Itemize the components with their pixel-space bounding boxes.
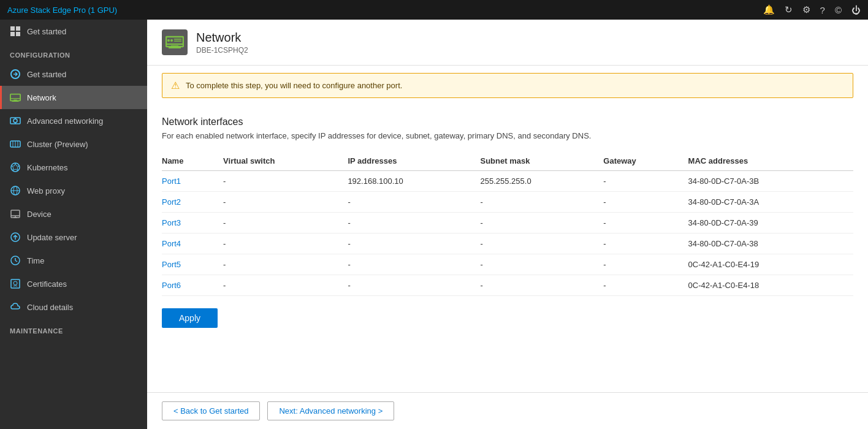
mac-cell: 34-80-0D-C7-0A-3A (688, 192, 853, 213)
virtual-switch-cell: - (223, 171, 348, 192)
topbar-icons: 🔔 ↻ ⚙ ? © ⏻ (763, 4, 861, 15)
mac-cell: 0C-42-A1-C0-E4-18 (688, 275, 853, 296)
sidebar-item-label: Get started (27, 70, 66, 79)
svg-marker-18 (12, 164, 19, 170)
get-started-icon (10, 69, 21, 80)
port-name-link[interactable]: Port6 (162, 275, 223, 296)
web-proxy-icon (10, 185, 21, 196)
sidebar-item-advanced-networking[interactable]: Advanced networking (0, 109, 147, 132)
sidebar-item-label: Cloud details (27, 303, 73, 312)
subnet-cell: 255.255.255.0 (481, 171, 604, 192)
back-button[interactable]: < Back to Get started (162, 401, 260, 420)
refresh-icon[interactable]: ↻ (785, 4, 793, 15)
power-icon[interactable]: ⏻ (851, 5, 861, 15)
network-icon (10, 92, 21, 103)
settings-icon[interactable]: ⚙ (802, 4, 810, 15)
ip-cell: - (348, 192, 480, 213)
mac-cell: 0C-42-A1-C0-E4-19 (688, 254, 853, 275)
ip-cell: - (348, 254, 480, 275)
sidebar-item-update-server[interactable]: Update server (0, 226, 147, 249)
update-icon (10, 232, 21, 243)
port-name-link[interactable]: Port4 (162, 233, 223, 254)
help-icon[interactable]: ? (820, 5, 825, 15)
subnet-cell: - (481, 213, 604, 233)
section-title: Network interfaces (162, 116, 853, 127)
sidebar-item-web-proxy[interactable]: Web proxy (0, 179, 147, 202)
svg-rect-2 (10, 32, 15, 36)
col-mac-addresses: MAC addresses (688, 151, 853, 171)
sidebar-item-cluster[interactable]: Cluster (Preview) (0, 132, 147, 156)
page-header: Network DBE-1CSPHQ2 (147, 20, 868, 66)
cluster-icon (10, 139, 21, 150)
sidebar-item-kubernetes[interactable]: Kubernetes (0, 156, 147, 179)
virtual-switch-cell: - (223, 192, 348, 213)
main-layout: Get started CONFIGURATION Get started (0, 20, 868, 429)
virtual-switch-cell: - (223, 254, 348, 275)
sidebar-item-label: Update server (27, 233, 77, 242)
cert-icon (10, 278, 21, 289)
svg-point-38 (170, 39, 173, 42)
mac-cell: 34-80-0D-C7-0A-38 (688, 233, 853, 254)
sidebar-item-label: Network (27, 93, 56, 102)
col-virtual-switch: Virtual switch (223, 151, 348, 171)
sidebar-item-label: Kubernetes (27, 163, 68, 172)
gateway-cell: - (603, 254, 688, 275)
copyright-icon: © (835, 5, 842, 15)
port-name-link[interactable]: Port1 (162, 171, 223, 192)
subnet-cell: - (481, 275, 604, 296)
svg-rect-33 (166, 37, 183, 47)
page-subtitle: DBE-1CSPHQ2 (196, 46, 248, 55)
main-content: Network DBE-1CSPHQ2 ⚠ To complete this s… (147, 20, 868, 429)
advanced-net-icon (10, 115, 21, 126)
col-name: Name (162, 151, 223, 171)
svg-point-32 (13, 281, 17, 285)
config-section-label: CONFIGURATION (0, 43, 147, 63)
svg-rect-0 (10, 26, 15, 31)
port-name-link[interactable]: Port2 (162, 192, 223, 213)
sidebar-item-overview[interactable]: Get started (0, 20, 147, 43)
mac-cell: 34-80-0D-C7-0A-39 (688, 213, 853, 233)
table-row: Port6----0C-42-A1-C0-E4-18 (162, 275, 853, 296)
maintenance-section-label: MAINTENANCE (0, 319, 147, 338)
ip-cell: - (348, 275, 480, 296)
sidebar-item-get-started[interactable]: Get started (0, 63, 147, 86)
sidebar-item-certificates[interactable]: Certificates (0, 272, 147, 295)
sidebar-item-label: Cluster (Preview) (27, 140, 88, 149)
table-header-row: Name Virtual switch IP addresses Subnet … (162, 151, 853, 171)
gateway-cell: - (603, 233, 688, 254)
warning-icon: ⚠ (171, 80, 180, 91)
bell-icon[interactable]: 🔔 (763, 4, 775, 15)
port-name-link[interactable]: Port5 (162, 254, 223, 275)
sidebar-item-time[interactable]: Time (0, 249, 147, 272)
virtual-switch-cell: - (223, 275, 348, 296)
sidebar-item-device[interactable]: Device (0, 202, 147, 226)
table-row: Port5----0C-42-A1-C0-E4-19 (162, 254, 853, 275)
page-header-icon (162, 29, 188, 55)
svg-rect-1 (16, 26, 20, 31)
cloud-details-icon (10, 302, 21, 313)
time-icon (10, 255, 21, 266)
table-row: Port2----34-80-0D-C7-0A-3A (162, 192, 853, 213)
table-row: Port4----34-80-0D-C7-0A-38 (162, 233, 853, 254)
svg-rect-3 (16, 32, 20, 36)
port-name-link[interactable]: Port3 (162, 213, 223, 233)
sidebar-item-cloud-details[interactable]: Cloud details (0, 295, 147, 319)
sidebar-item-label: Device (27, 210, 51, 219)
overview-icon (10, 26, 21, 37)
gateway-cell: - (603, 213, 688, 233)
next-button[interactable]: Next: Advanced networking > (267, 401, 394, 420)
sidebar-item-label: Certificates (27, 279, 67, 289)
virtual-switch-cell: - (223, 233, 348, 254)
table-row: Port1-192.168.100.10255.255.255.0-34-80-… (162, 171, 853, 192)
subnet-cell: - (481, 254, 604, 275)
sidebar: Get started CONFIGURATION Get started (0, 20, 147, 429)
sidebar-item-network[interactable]: Network (0, 86, 147, 109)
warning-text: To complete this step, you will need to … (186, 81, 402, 90)
table-row: Port3----34-80-0D-C7-0A-39 (162, 213, 853, 233)
col-subnet-mask: Subnet mask (481, 151, 604, 171)
kubernetes-icon (10, 162, 21, 173)
col-gateway: Gateway (603, 151, 688, 171)
subnet-cell: - (481, 192, 604, 213)
apply-button[interactable]: Apply (162, 308, 218, 328)
warning-banner: ⚠ To complete this step, you will need t… (162, 73, 853, 98)
